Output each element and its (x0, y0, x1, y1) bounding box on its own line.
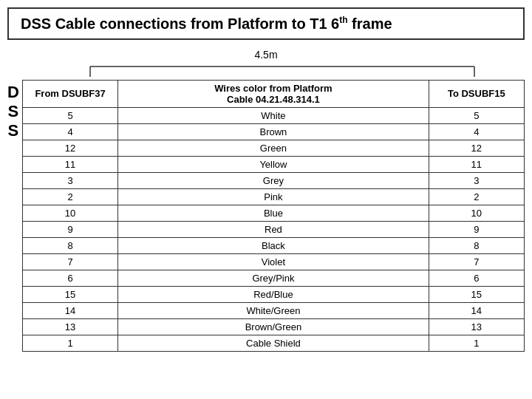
cell-to: 15 (429, 286, 524, 302)
table-row: 6Grey/Pink6 (22, 270, 524, 286)
table-row: 4Brown4 (22, 123, 524, 140)
table-row: 12Green12 (22, 140, 524, 156)
cell-from: 10 (22, 205, 117, 221)
table-row: 14White/Green14 (22, 302, 524, 318)
cell-wire: Brown (118, 123, 429, 140)
cell-from: 8 (22, 237, 117, 253)
col-header-wire: Wires color from PlatformCable 04.21.48.… (118, 80, 429, 107)
cell-to: 12 (429, 140, 524, 156)
cell-to: 4 (429, 123, 524, 140)
cell-from: 1 (22, 335, 117, 351)
table-row: 3Grey3 (22, 172, 524, 188)
distance-label: 4.5m (254, 49, 277, 61)
cell-from: 3 (22, 172, 117, 188)
cell-wire: Black (118, 237, 429, 253)
cell-from: 6 (22, 270, 117, 286)
table-row: 5White5 (22, 107, 524, 123)
bracket-svg (75, 64, 489, 77)
cell-from: 11 (22, 156, 117, 172)
cell-from: 14 (22, 302, 117, 318)
dss-label: D S S (7, 80, 19, 352)
col-header-from: From DSUBF37 (22, 80, 117, 107)
cell-to: 10 (429, 205, 524, 221)
table-row: 8Black8 (22, 237, 524, 253)
cell-to: 8 (429, 237, 524, 253)
table-row: 10Blue10 (22, 205, 524, 221)
cell-to: 2 (429, 188, 524, 205)
cell-from: 15 (22, 286, 117, 302)
cell-to: 13 (429, 318, 524, 335)
main-table: From DSUBF37 Wires color from PlatformCa… (22, 80, 525, 352)
cell-wire: White (118, 107, 429, 123)
table-container: D S S From DSUBF37 Wires color from Plat… (7, 80, 525, 352)
col-header-to: To DSUBF15 (429, 80, 524, 107)
table-row: 9Red9 (22, 221, 524, 237)
cell-wire: Blue (118, 205, 429, 221)
cell-to: 3 (429, 172, 524, 188)
table-row: 7Violet7 (22, 253, 524, 270)
cell-from: 12 (22, 140, 117, 156)
cell-wire: Red/Blue (118, 286, 429, 302)
dss-s2: S (8, 121, 19, 140)
cell-wire: Pink (118, 188, 429, 205)
cell-wire: Green (118, 140, 429, 156)
table-row: 11Yellow11 (22, 156, 524, 172)
title-sup: th (339, 15, 347, 25)
content-area: 4.5m D S S From DSUBF37 Wir (7, 49, 525, 352)
table-row: 15Red/Blue15 (22, 286, 524, 302)
cell-from: 2 (22, 188, 117, 205)
dss-s1: S (8, 102, 19, 121)
cell-wire: Grey/Pink (118, 270, 429, 286)
cell-from: 5 (22, 107, 117, 123)
cell-wire: Red (118, 221, 429, 237)
title-main: DSS Cable connections from Platform to T… (21, 16, 339, 32)
cell-from: 13 (22, 318, 117, 335)
cell-from: 4 (22, 123, 117, 140)
table-header-row: From DSUBF37 Wires color from PlatformCa… (22, 80, 524, 107)
cell-wire: Brown/Green (118, 318, 429, 335)
cell-to: 7 (429, 253, 524, 270)
table-row: 13Brown/Green13 (22, 318, 524, 335)
title-box: DSS Cable connections from Platform to T… (7, 7, 525, 40)
cell-wire: Grey (118, 172, 429, 188)
cell-wire: Violet (118, 253, 429, 270)
cell-from: 7 (22, 253, 117, 270)
title-suffix: frame (348, 16, 392, 32)
dss-d: D (7, 83, 19, 102)
cell-wire: Cable Shield (118, 335, 429, 351)
table-row: 1Cable Shield1 (22, 335, 524, 351)
cell-wire: White/Green (118, 302, 429, 318)
page-wrapper: DSS Cable connections from Platform to T… (7, 7, 525, 352)
table-body: 5White54Brown412Green1211Yellow113Grey32… (22, 107, 524, 351)
cell-to: 5 (429, 107, 524, 123)
cell-to: 1 (429, 335, 524, 351)
cell-to: 9 (429, 221, 524, 237)
cell-wire: Yellow (118, 156, 429, 172)
table-row: 2Pink2 (22, 188, 524, 205)
cell-to: 6 (429, 270, 524, 286)
cell-to: 14 (429, 302, 524, 318)
cell-to: 11 (429, 156, 524, 172)
cell-from: 9 (22, 221, 117, 237)
